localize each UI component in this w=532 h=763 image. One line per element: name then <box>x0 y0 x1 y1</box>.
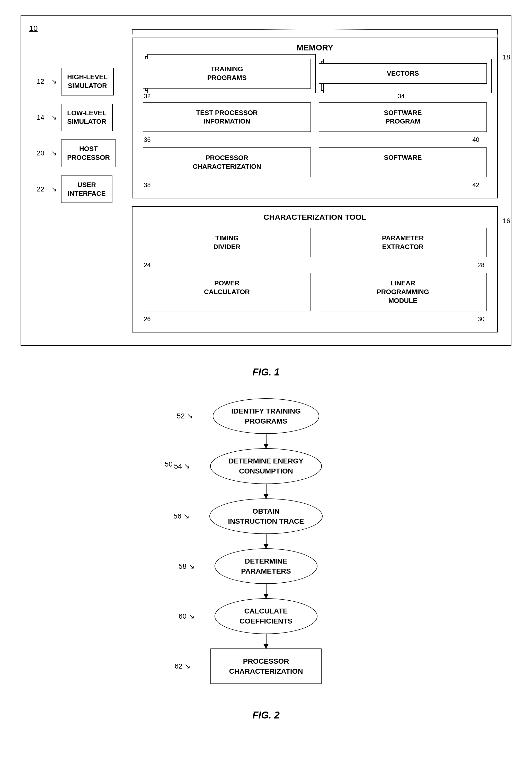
fig1-diagram: 10 12 ↘ HIGH-LEVEL SIMULATOR 14 ↘ LOW-LE… <box>21 15 511 346</box>
arrow-3 <box>266 534 266 548</box>
ref-30: 30 <box>314 315 487 323</box>
ref-22: 22 <box>37 185 47 193</box>
test-proc-info-box: TEST PROCESSOR INFORMATION <box>143 102 311 132</box>
ref-62: 62 ↘ <box>174 662 190 670</box>
training-programs-stack: TRAINING PROGRAMS <box>143 59 311 88</box>
step-56-oval: OBTAIN INSTRUCTION TRACE <box>209 498 323 534</box>
linear-prog-module-box: LINEAR PROGRAMMING MODULE <box>319 273 487 311</box>
step-60-row: 60 ↘ CALCULATE COEFFICIENTS <box>215 598 317 634</box>
char-tool-title: CHARACTERIZATION TOOL <box>143 213 487 222</box>
char-row1: TIMING DIVIDER PARAMETER EXTRACTOR <box>143 228 487 258</box>
ref-26: 26 <box>143 315 314 323</box>
fig2-caption: FIG. 2 <box>21 710 511 721</box>
arrow-1 <box>266 434 266 448</box>
host-processor-box: HOST PROCESSOR <box>61 140 116 167</box>
host-processor-row: 20 ↘ HOST PROCESSOR <box>37 140 116 167</box>
step-54-oval: DETERMINE ENERGY CONSUMPTION <box>210 448 322 484</box>
power-calculator-box: POWER CALCULATOR <box>143 273 311 311</box>
fig1-caption: FIG. 1 <box>21 367 511 378</box>
memory-row2: TEST PROCESSOR INFORMATION SOFTWARE PROG… <box>143 102 487 132</box>
step-58-row: 58 ↘ DETERMINE PARAMETERS <box>215 548 317 584</box>
high-level-sim-row: 12 ↘ HIGH-LEVEL SIMULATOR <box>37 68 116 95</box>
ref-32: 32 <box>143 93 315 100</box>
ref-36: 36 <box>143 136 312 143</box>
step-58-oval: DETERMINE PARAMETERS <box>215 548 317 584</box>
ref-60: 60 ↘ <box>178 612 194 620</box>
parameter-extractor-box: PARAMETER EXTRACTOR <box>319 228 487 258</box>
ref-56: 56 ↘ <box>173 512 189 520</box>
step-62-row: 62 ↘ PROCESSOR CHARACTERIZATION <box>210 648 321 684</box>
refs-row2: 36 40 <box>143 136 487 143</box>
memory-section: MEMORY 18 TRAINING PROGRAMS <box>132 29 498 198</box>
ref-34: 34 <box>315 93 487 100</box>
char-refs-row2: 26 30 <box>143 315 487 323</box>
arrow-2 <box>266 484 266 498</box>
timing-divider-box: TIMING DIVIDER <box>143 228 311 258</box>
ref-20: 20 <box>37 149 47 157</box>
step-62-rect: PROCESSOR CHARACTERIZATION <box>210 648 321 684</box>
ref-16: 16 <box>503 217 510 225</box>
cylinder-top <box>132 29 497 38</box>
ref-24: 24 <box>143 262 314 269</box>
arrow-14: ↘ <box>51 113 57 122</box>
arrow-22: ↘ <box>51 185 57 193</box>
training-programs-box: TRAINING PROGRAMS <box>143 59 311 88</box>
char-refs-row1: 24 28 <box>143 262 487 269</box>
arrow-5 <box>266 634 266 648</box>
ref-58: 58 ↘ <box>178 562 194 571</box>
ref-10: 10 <box>29 24 38 33</box>
user-interface-box: USER INTERFACE <box>61 175 112 203</box>
step-56-row: 56 ↘ OBTAIN INSTRUCTION TRACE <box>209 498 323 534</box>
arrow-20: ↘ <box>51 149 57 157</box>
vectors-stack: VECTORS <box>319 63 487 88</box>
fig2-diagram: 50 52 ↘ IDENTIFY TRAINING PROGRAMS 54 ↘ … <box>21 398 511 700</box>
memory-row1: TRAINING PROGRAMS VECTORS <box>143 59 487 88</box>
fig2-title: FIG. 2 <box>252 710 280 721</box>
right-section: MEMORY 18 TRAINING PROGRAMS <box>132 29 498 332</box>
software-box: SOFTWARE <box>319 148 487 177</box>
arrow-4 <box>266 584 266 598</box>
memory-inner: MEMORY 18 TRAINING PROGRAMS <box>133 38 497 198</box>
memory-title: MEMORY <box>143 43 487 53</box>
step-60-oval: CALCULATE COEFFICIENTS <box>215 598 317 634</box>
vectors-box: VECTORS <box>319 63 487 84</box>
refs-row1: 32 34 <box>143 93 487 100</box>
char-row2: POWER CALCULATOR LINEAR PROGRAMMING MODU… <box>143 273 487 311</box>
ref-52: 52 ↘ <box>177 412 193 420</box>
ref-14: 14 <box>37 113 47 122</box>
low-level-sim-row: 14 ↘ LOW-LEVEL SIMULATOR <box>37 104 116 132</box>
refs-row3: 38 42 <box>143 181 487 189</box>
ref-12: 12 <box>37 77 47 85</box>
high-level-sim-box: HIGH-LEVEL SIMULATOR <box>61 68 114 95</box>
software-program-box: SOFTWARE PROGRAM <box>319 102 487 132</box>
user-interface-row: 22 ↘ USER INTERFACE <box>37 175 116 203</box>
outer-box: 10 12 ↘ HIGH-LEVEL SIMULATOR 14 ↘ LOW-LE… <box>21 15 511 346</box>
memory-row3: PROCESSOR CHARACTERIZATION SOFTWARE <box>143 148 487 177</box>
proc-char-box: PROCESSOR CHARACTERIZATION <box>143 148 311 177</box>
arrow-12: ↘ <box>51 77 57 85</box>
step-52-oval: IDENTIFY TRAINING PROGRAMS <box>213 398 319 434</box>
low-level-sim-box: LOW-LEVEL SIMULATOR <box>61 104 113 132</box>
ref-42: 42 <box>312 181 487 189</box>
char-tool-section: 16 CHARACTERIZATION TOOL TIMING DIVIDER … <box>132 206 498 332</box>
ref-18: 18 <box>503 53 510 61</box>
ref-50: 50 <box>164 460 172 468</box>
ref-28: 28 <box>314 262 487 269</box>
ref-40: 40 <box>312 136 487 143</box>
ref-54: 54 ↘ <box>174 462 190 471</box>
ref-38: 38 <box>143 181 312 189</box>
step-54-row: 54 ↘ DETERMINE ENERGY CONSUMPTION <box>210 448 322 484</box>
step-52-row: 52 ↘ IDENTIFY TRAINING PROGRAMS <box>213 398 319 434</box>
left-column: 12 ↘ HIGH-LEVEL SIMULATOR 14 ↘ LOW-LEVEL… <box>37 68 116 203</box>
